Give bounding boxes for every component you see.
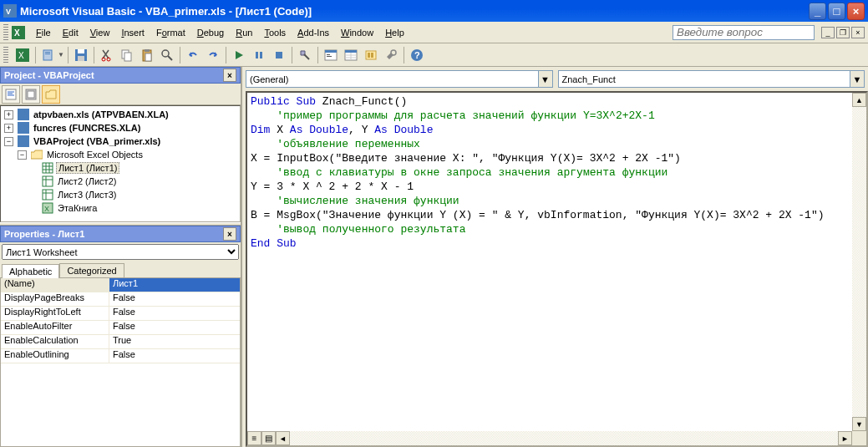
properties-object-combo[interactable]: Лист1 Worksheet xyxy=(2,244,239,260)
property-value[interactable]: False xyxy=(109,292,240,306)
minimize-button[interactable]: _ xyxy=(809,3,826,20)
properties-tabs: Alphabetic Categorized xyxy=(0,262,241,277)
menu-addins[interactable]: Add-Ins xyxy=(292,26,335,39)
horizontal-scrollbar[interactable]: ◄► xyxy=(276,431,852,445)
close-button[interactable]: × xyxy=(847,3,865,20)
toolbox-button[interactable] xyxy=(382,46,400,64)
scroll-left-icon[interactable]: ◄ xyxy=(276,431,290,445)
vba-project-icon xyxy=(18,109,29,120)
copy-button[interactable] xyxy=(118,46,136,64)
scroll-right-icon[interactable]: ► xyxy=(838,431,852,445)
property-value[interactable]: False xyxy=(109,307,240,320)
run-button[interactable] xyxy=(230,46,248,64)
property-name: (Name) xyxy=(1,278,109,292)
object-combo[interactable]: (General)▼ xyxy=(246,70,553,88)
view-excel-button[interactable]: X xyxy=(13,46,32,64)
property-row[interactable]: EnableOutliningFalse xyxy=(1,349,240,363)
tab-categorized[interactable]: Categorized xyxy=(59,263,124,277)
project-tree[interactable]: +atpvbaen.xls (ATPVBAEN.XLA) +funcres (F… xyxy=(0,105,241,222)
property-name: DisplayPageBreaks xyxy=(1,292,109,306)
scroll-down-icon[interactable]: ▼ xyxy=(852,417,866,431)
undo-button[interactable] xyxy=(184,46,202,64)
tree-item-funcres[interactable]: +funcres (FUNCRES.XLA) xyxy=(3,121,238,135)
menu-insert[interactable]: Insert xyxy=(115,26,150,39)
toolbar-handle-icon[interactable] xyxy=(3,47,8,63)
collapse-icon[interactable]: − xyxy=(18,150,27,160)
toggle-folders-button[interactable] xyxy=(42,85,60,104)
properties-panel-close-button[interactable]: × xyxy=(223,227,236,241)
code-editor[interactable]: Public Sub Znach_Funct() 'пример програм… xyxy=(247,93,852,431)
dropdown-icon[interactable]: ▼ xyxy=(850,71,864,87)
menu-format[interactable]: Format xyxy=(150,26,191,39)
menu-tools[interactable]: Tools xyxy=(258,26,292,39)
find-button[interactable] xyxy=(158,46,176,64)
menu-edit[interactable]: Edit xyxy=(57,26,84,39)
menu-file[interactable]: File xyxy=(30,26,57,39)
property-value[interactable]: False xyxy=(109,321,240,334)
dropdown-icon[interactable]: ▼ xyxy=(538,71,552,87)
menu-bar: X File Edit View Insert Format Debug Run… xyxy=(0,22,868,43)
procedure-combo[interactable]: Znach_Funct▼ xyxy=(558,70,865,88)
design-mode-button[interactable] xyxy=(296,46,314,64)
property-row[interactable]: DisplayPageBreaksFalse xyxy=(1,292,240,307)
tree-item-sheet2[interactable]: Лист2 (Лист2) xyxy=(3,175,238,188)
tree-item-excel-objects[interactable]: −Microsoft Excel Objects xyxy=(3,148,238,161)
svg-text:V: V xyxy=(6,8,11,16)
tree-item-atpvbaen[interactable]: +atpvbaen.xls (ATPVBAEN.XLA) xyxy=(3,108,238,121)
svg-text:X: X xyxy=(14,28,20,38)
svg-rect-18 xyxy=(145,53,151,61)
project-explorer-button[interactable] xyxy=(322,46,340,64)
reset-button[interactable] xyxy=(270,46,288,64)
maximize-button[interactable]: □ xyxy=(828,3,845,20)
property-value[interactable]: True xyxy=(109,335,240,348)
mdi-minimize-button[interactable]: _ xyxy=(821,27,835,38)
save-button[interactable] xyxy=(72,46,90,64)
svg-rect-23 xyxy=(276,52,282,58)
dropdown-icon[interactable]: ▼ xyxy=(58,51,64,58)
view-object-button[interactable] xyxy=(22,85,40,104)
menu-view[interactable]: View xyxy=(84,26,116,39)
properties-button[interactable] xyxy=(342,46,360,64)
svg-rect-10 xyxy=(78,49,84,53)
tree-item-workbook[interactable]: XЭтаКнига xyxy=(3,201,238,215)
property-row[interactable]: EnableCalculationTrue xyxy=(1,335,240,349)
property-row[interactable]: (Name)Лист1 xyxy=(1,278,240,292)
procedure-view-button[interactable]: ≡ xyxy=(247,431,261,445)
full-module-view-button[interactable]: ▤ xyxy=(261,431,276,445)
properties-grid[interactable]: (Name)Лист1DisplayPageBreaksFalseDisplay… xyxy=(0,277,241,447)
insert-button[interactable] xyxy=(39,46,58,64)
menu-window[interactable]: Window xyxy=(335,26,379,39)
vertical-scrollbar[interactable]: ▲▼ xyxy=(852,93,866,445)
toolbar-handle-icon[interactable] xyxy=(3,24,8,41)
scroll-up-icon[interactable]: ▲ xyxy=(852,93,866,107)
svg-text:X: X xyxy=(18,51,24,60)
property-value[interactable]: False xyxy=(109,349,240,363)
break-button[interactable] xyxy=(250,46,268,64)
property-value[interactable]: Лист1 xyxy=(109,278,240,292)
excel-icon[interactable]: X xyxy=(12,26,25,39)
app-icon: V xyxy=(3,4,17,18)
view-code-button[interactable] xyxy=(2,85,20,104)
menu-help[interactable]: Help xyxy=(379,26,410,39)
mdi-restore-button[interactable]: ❐ xyxy=(836,27,850,38)
tree-item-vbaproject[interactable]: −VBAProject (VBA_primer.xls) xyxy=(3,135,238,148)
object-browser-button[interactable] xyxy=(362,46,380,64)
paste-button[interactable] xyxy=(138,46,156,64)
help-search-input[interactable] xyxy=(673,25,815,40)
menu-run[interactable]: Run xyxy=(230,26,258,39)
help-button[interactable]: ? xyxy=(408,46,426,64)
redo-button[interactable] xyxy=(204,46,222,64)
tree-item-sheet3[interactable]: Лист3 (Лист3) xyxy=(3,188,238,201)
property-name: EnableOutlining xyxy=(1,349,109,363)
menu-debug[interactable]: Debug xyxy=(191,26,230,39)
property-row[interactable]: DisplayRightToLeftFalse xyxy=(1,307,240,321)
tab-alphabetic[interactable]: Alphabetic xyxy=(2,264,59,278)
project-panel-close-button[interactable]: × xyxy=(223,69,236,82)
collapse-icon[interactable]: − xyxy=(4,137,13,146)
property-row[interactable]: EnableAutoFilterFalse xyxy=(1,321,240,335)
expand-icon[interactable]: + xyxy=(4,110,13,119)
tree-item-sheet1[interactable]: Лист1 (Лист1) xyxy=(3,161,238,175)
expand-icon[interactable]: + xyxy=(4,124,13,133)
cut-button[interactable] xyxy=(98,46,116,64)
mdi-close-button[interactable]: × xyxy=(851,27,865,38)
